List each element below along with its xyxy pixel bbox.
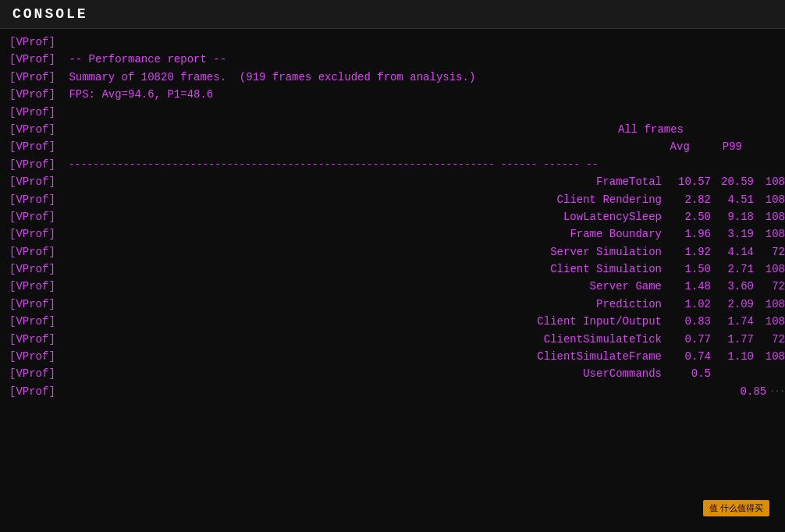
row-extra: 72 <box>754 331 785 348</box>
line-prefix: [VProf] <box>0 34 62 51</box>
row-p99: 1.74 <box>711 313 754 330</box>
all-frames-label: All frames <box>62 121 785 138</box>
row-p99: 9.18 <box>711 208 754 225</box>
data-row-clientinputoutput: [VProf] Client Input/Output 0.83 1.74 10… <box>0 313 785 330</box>
row-extra: 108 <box>754 208 785 225</box>
line-content: -- Performance report -- <box>62 51 785 68</box>
console-title: CONSOLE <box>12 6 88 22</box>
row-p99: 4.14 <box>711 243 754 261</box>
data-row-servergame: [VProf] Server Game 1.48 3.60 72 <box>0 278 785 295</box>
row-label: Server Simulation <box>62 243 668 261</box>
console-header: CONSOLE <box>0 0 785 29</box>
console-line-header: [VProf] All frames <box>0 121 785 138</box>
line-prefix: [VProf] <box>0 313 62 330</box>
data-row-clientsimulatetick: [VProf] ClientSimulateTick 0.77 1.77 72 <box>0 331 785 348</box>
row-p99: 1.77 <box>711 331 754 348</box>
line-prefix: [VProf] <box>0 51 62 68</box>
row-p99: 4.51 <box>711 191 754 208</box>
line-content: FPS: Avg=94.6, P1=48.6 <box>62 86 785 103</box>
data-row-lowlatencysleep: [VProf] LowLatencySleep 2.50 9.18 108 <box>0 208 785 225</box>
console-window: CONSOLE [VProf] [VProf] -- Performance r… <box>0 0 785 532</box>
line-content: Summary of 10820 frames. (919 frames exc… <box>62 69 785 86</box>
line-prefix: [VProf] <box>0 331 62 348</box>
row-p99: 3.60 <box>711 278 754 295</box>
row-label: Client Input/Output <box>62 313 668 330</box>
row-label: Client Rendering <box>62 191 668 208</box>
row-label: UserCommands <box>62 365 668 382</box>
row-p99: 3.19 <box>711 225 754 243</box>
row-avg: 0.77 <box>668 331 711 348</box>
row-label: Prediction <box>62 296 668 313</box>
console-line: [VProf] Summary of 10820 frames. (919 fr… <box>0 69 785 86</box>
row-label: Server Game <box>62 278 668 295</box>
line-prefix: [VProf] <box>0 261 62 278</box>
line-content <box>62 34 785 51</box>
row-avg: 1.48 <box>668 278 711 295</box>
row-p99: 2.09 <box>711 296 754 313</box>
row-label: FrameTotal <box>62 173 668 190</box>
line-content <box>62 104 785 121</box>
data-row-prediction: [VProf] Prediction 1.02 2.09 108 <box>0 296 785 313</box>
line-prefix: [VProf] <box>0 104 62 121</box>
console-line-separator: [VProf] --------------------------------… <box>0 156 785 173</box>
row-avg: 1.96 <box>668 225 711 243</box>
row-label: ClientSimulateTick <box>62 331 668 348</box>
row-extra: 108 <box>754 313 785 330</box>
line-prefix: [VProf] <box>0 225 62 243</box>
row-extra: 108 <box>754 261 785 278</box>
line-prefix: [VProf] <box>0 69 62 86</box>
row-avg: 2.82 <box>668 191 711 208</box>
row-label: ClientSimulateFrame <box>62 348 668 365</box>
row-extra: 72 <box>754 243 785 261</box>
row-avg: 1.50 <box>668 261 711 278</box>
row-extra: 108 <box>754 225 785 243</box>
row-label <box>62 383 723 400</box>
line-prefix: [VProf] <box>0 383 62 400</box>
row-avg: 2.50 <box>668 208 711 225</box>
data-row-frametotal: [VProf] FrameTotal 10.57 20.59 108 <box>0 173 785 190</box>
row-extra: 108 <box>754 296 785 313</box>
row-extra <box>754 365 785 382</box>
row-extra: 108 <box>754 173 785 190</box>
row-avg: 1.02 <box>668 296 711 313</box>
console-line: [VProf] FPS: Avg=94.6, P1=48.6 <box>0 86 785 103</box>
line-prefix: [VProf] <box>0 296 62 313</box>
col-headers: Avg P99 <box>62 138 785 155</box>
row-avg: 10.57 <box>668 173 711 190</box>
console-body: [VProf] [VProf] -- Performance report --… <box>0 29 785 532</box>
row-label: Client Simulation <box>62 261 668 278</box>
row-p99: 1.10 <box>711 348 754 365</box>
row-p99 <box>711 365 754 382</box>
data-row-clientsimulateframe: [VProf] ClientSimulateFrame 0.74 1.10 10… <box>0 348 785 365</box>
watermark: 值 什么值得买 <box>703 500 769 516</box>
line-prefix: [VProf] <box>0 348 62 365</box>
row-avg: 0.83 <box>668 313 711 330</box>
line-prefix: [VProf] <box>0 86 62 103</box>
console-line: [VProf] <box>0 104 785 121</box>
line-prefix: [VProf] <box>0 138 62 155</box>
row-extra: 108 <box>754 348 785 365</box>
data-row-frameboundary: [VProf] Frame Boundary 1.96 3.19 108 <box>0 225 785 243</box>
data-row-usercommands: [VProf] UserCommands 0.5 <box>0 365 785 382</box>
data-row-clientrendering: [VProf] Client Rendering 2.82 4.51 108 <box>0 191 785 208</box>
console-line-cols: [VProf] Avg P99 <box>0 138 785 155</box>
row-avg: 1.92 <box>668 243 711 261</box>
row-label: LowLatencySleep <box>62 208 668 225</box>
console-line: [VProf] <box>0 34 785 51</box>
row-extra: 108 <box>754 191 785 208</box>
console-line: [VProf] -- Performance report -- <box>0 51 785 68</box>
data-row-serversimulation: [VProf] Server Simulation 1.92 4.14 72 <box>0 243 785 261</box>
row-p99: 20.59 <box>711 173 754 190</box>
row-extra: 72 <box>754 278 785 295</box>
line-prefix: [VProf] <box>0 365 62 382</box>
row-extra: ... <box>766 383 785 400</box>
data-row-partial: [VProf] 0.85 ... <box>0 383 785 400</box>
line-prefix: [VProf] <box>0 243 62 261</box>
row-p99: 2.71 <box>711 261 754 278</box>
separator: ----------------------------------------… <box>62 157 785 173</box>
row-label: Frame Boundary <box>62 225 668 243</box>
line-prefix: [VProf] <box>0 173 62 190</box>
row-avg: 0.85 <box>723 383 766 400</box>
line-prefix: [VProf] <box>0 208 62 225</box>
line-prefix: [VProf] <box>0 156 62 173</box>
